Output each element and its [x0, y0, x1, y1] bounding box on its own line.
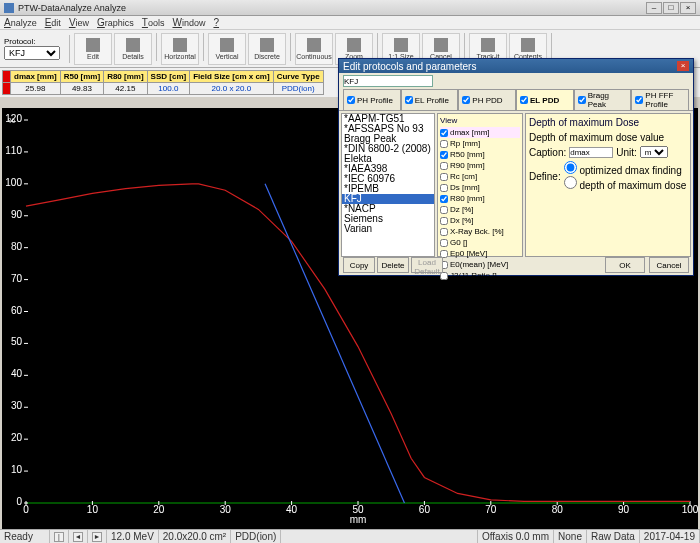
- dialog-titlebar: Edit protocols and parameters ×: [339, 59, 693, 73]
- svg-text:10: 10: [11, 464, 23, 475]
- status-none: None: [554, 530, 587, 543]
- svg-text:100: 100: [5, 177, 22, 188]
- menu-tools[interactable]: Tools: [142, 17, 165, 28]
- status-next-button[interactable]: ►: [92, 532, 102, 542]
- load-default-button[interactable]: Load Default: [411, 257, 443, 273]
- svg-text:90: 90: [11, 209, 23, 220]
- dialog-close-button[interactable]: ×: [677, 61, 689, 71]
- caption-label: Caption:: [529, 147, 566, 158]
- toolbar-discrete[interactable]: Discrete: [248, 33, 286, 65]
- status-date: 2017-04-19: [640, 530, 700, 543]
- view-dmax-mm-[interactable]: dmax [mm]: [440, 127, 520, 138]
- depth-header: Depth of maximum Dose: [529, 117, 687, 128]
- view-ep0-mev-[interactable]: Ep0 [MeV]: [440, 248, 520, 259]
- tab-el-profile[interactable]: EL Profile: [401, 89, 459, 110]
- app-icon: [4, 3, 14, 13]
- menubar: AnalyzeEditViewGraphicsToolsWindow?: [0, 16, 700, 30]
- titlebar: PTW-DataAnalyze Analyze – □ ×: [0, 0, 700, 16]
- view-e0-mean-mev-[interactable]: E0(mean) [MeV]: [440, 259, 520, 270]
- define-label: Define:: [529, 171, 561, 182]
- tab-bragg-peak[interactable]: Bragg Peak: [574, 89, 632, 110]
- menu-edit[interactable]: Edit: [45, 17, 61, 28]
- delete-button[interactable]: Delete: [377, 257, 409, 273]
- ok-button[interactable]: OK: [605, 257, 645, 273]
- edit-protocols-dialog: Edit protocols and parameters × PH Profi…: [338, 58, 694, 276]
- view-r90-mm-[interactable]: R90 [mm]: [440, 160, 520, 171]
- copy-button[interactable]: Copy: [343, 257, 375, 273]
- svg-text:60: 60: [419, 504, 431, 515]
- svg-text:mm: mm: [350, 514, 367, 525]
- menu-?[interactable]: ?: [213, 17, 219, 28]
- view-dz-[interactable]: Dz [%]: [440, 204, 520, 215]
- status-first-button[interactable]: |◄: [54, 532, 64, 542]
- menu-view[interactable]: View: [69, 17, 89, 28]
- view-panel: View dmax [mm] Rp [mm] R50 [mm] R90 [mm]…: [437, 113, 523, 257]
- protocol-select[interactable]: KFJ: [4, 46, 60, 60]
- define-opt2[interactable]: depth of maximum dose: [564, 180, 687, 191]
- menu-window[interactable]: Window: [172, 17, 205, 28]
- close-button[interactable]: ×: [680, 2, 696, 14]
- svg-text:110: 110: [5, 145, 22, 156]
- dialog-protocol-input[interactable]: [343, 75, 433, 87]
- svg-text:50: 50: [11, 336, 23, 347]
- toolbar-details[interactable]: Details: [114, 33, 152, 65]
- view-rc-cm-[interactable]: Rc [cm]: [440, 171, 520, 182]
- view-g0-[interactable]: G0 []: [440, 237, 520, 248]
- depth-desc: Depth of maximum dose value: [529, 132, 687, 143]
- menu-graphics[interactable]: Graphics: [97, 17, 134, 28]
- unit-select[interactable]: mm: [640, 146, 668, 158]
- svg-text:80: 80: [11, 241, 23, 252]
- svg-text:70: 70: [485, 504, 497, 515]
- tab-ph-fff-profile[interactable]: PH FFF Profile: [631, 89, 689, 110]
- svg-text:90: 90: [618, 504, 630, 515]
- status-field: 20.0x20.0 cm²: [159, 530, 231, 543]
- maximize-button[interactable]: □: [663, 2, 679, 14]
- view-rp-mm-[interactable]: Rp [mm]: [440, 138, 520, 149]
- tab-ph-profile[interactable]: PH Profile: [343, 89, 401, 110]
- tab-ph-pdd[interactable]: PH PDD: [458, 89, 516, 110]
- view-x-ray-bck-[interactable]: X-Ray Bck. [%]: [440, 226, 520, 237]
- view-ds-mm-[interactable]: Ds [mm]: [440, 182, 520, 193]
- svg-text:60: 60: [11, 305, 23, 316]
- svg-text:70: 70: [11, 273, 23, 284]
- depth-panel: Depth of maximum Dose Depth of maximum d…: [525, 113, 691, 257]
- status-prev-button[interactable]: ◄: [73, 532, 83, 542]
- minimize-button[interactable]: –: [646, 2, 662, 14]
- svg-text:30: 30: [220, 504, 232, 515]
- svg-text:10: 10: [87, 504, 99, 515]
- toolbar-continuous[interactable]: Continuous: [295, 33, 333, 65]
- protocol-label: Protocol:: [4, 37, 60, 46]
- caption-input[interactable]: [569, 147, 613, 158]
- protocol-list[interactable]: *AAPM-TG51*AFSSAPS No 93Bragg Peak*DIN 6…: [341, 113, 435, 257]
- svg-text:40: 40: [286, 504, 298, 515]
- tab-el-pdd[interactable]: EL PDD: [516, 89, 574, 110]
- view-dx-[interactable]: Dx [%]: [440, 215, 520, 226]
- status-curve: PDD(ion): [231, 530, 281, 543]
- status-offaxis: Offaxis 0.0 mm: [478, 530, 554, 543]
- cancel-button[interactable]: Cancel: [649, 257, 689, 273]
- svg-text:40: 40: [11, 368, 23, 379]
- status-raw: Raw Data: [587, 530, 640, 543]
- svg-text:20: 20: [153, 504, 165, 515]
- view-j2-j1-ratio-[interactable]: J2/J1 Ratio []: [440, 270, 520, 281]
- unit-label: Unit:: [616, 147, 637, 158]
- menu-analyze[interactable]: Analyze: [4, 17, 37, 28]
- svg-text:120: 120: [5, 113, 22, 124]
- svg-text:100: 100: [682, 504, 698, 515]
- svg-text:30: 30: [11, 400, 23, 411]
- statusbar: Ready |◄ ◄ ► 12.0 MeV 20.0x20.0 cm² PDD(…: [0, 529, 700, 543]
- view-r50-mm-[interactable]: R50 [mm]: [440, 149, 520, 160]
- status-ready: Ready: [0, 530, 50, 543]
- view-group-label: View: [440, 116, 520, 125]
- toolbar-edit[interactable]: Edit: [74, 33, 112, 65]
- svg-text:80: 80: [552, 504, 564, 515]
- toolbar-vertical[interactable]: Vertical: [208, 33, 246, 65]
- list-item[interactable]: Varian: [342, 224, 434, 234]
- define-opt1[interactable]: optimized dmax finding: [564, 165, 682, 176]
- view-r80-mm-[interactable]: R80 [mm]: [440, 193, 520, 204]
- svg-text:20: 20: [11, 432, 23, 443]
- dialog-title: Edit protocols and parameters: [343, 61, 476, 72]
- svg-text:0: 0: [23, 504, 29, 515]
- svg-text:0: 0: [16, 496, 22, 507]
- toolbar-horizontal[interactable]: Horizontal: [161, 33, 199, 65]
